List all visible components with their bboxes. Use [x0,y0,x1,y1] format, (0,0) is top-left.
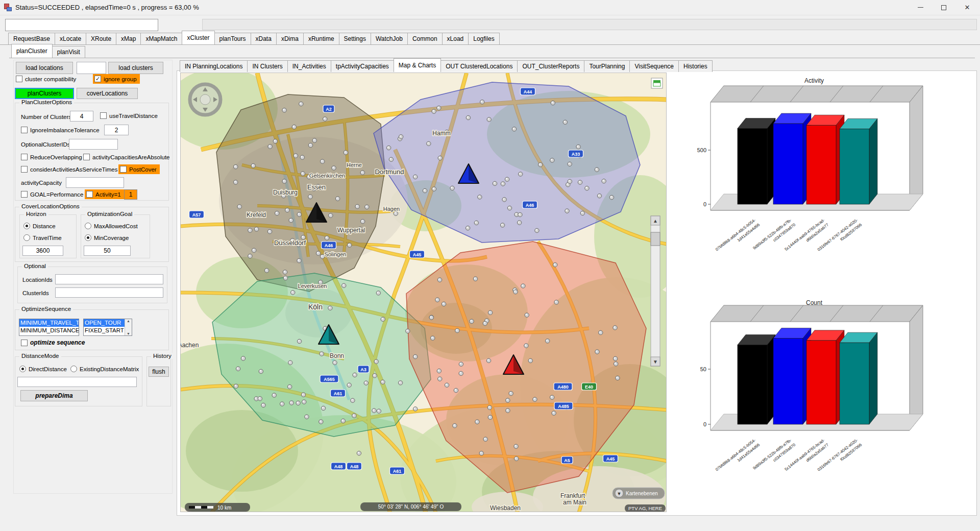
location-marker[interactable] [595,350,599,354]
tab-common[interactable]: Common [407,33,443,44]
location-marker[interactable] [437,278,442,282]
location-marker[interactable] [599,330,603,334]
location-marker[interactable] [241,356,245,360]
use-travel-distance-checkbox[interactable]: useTravelDistance [100,112,158,119]
location-marker[interactable] [282,179,286,183]
location-marker[interactable] [518,212,522,216]
location-marker[interactable] [289,218,293,222]
innertab-tourplanning[interactable]: TourPlanning [584,60,630,72]
location-marker[interactable] [254,227,258,231]
innertab-histories[interactable]: Histories [678,60,713,72]
location-marker[interactable] [268,144,272,149]
location-marker[interactable] [248,228,252,232]
location-marker[interactable] [437,106,441,110]
zoom-out-icon[interactable]: ▼ [653,359,658,365]
location-marker[interactable] [432,187,436,191]
location-marker[interactable] [514,444,518,448]
location-marker[interactable] [258,397,262,401]
location-marker[interactable] [470,319,474,323]
tab-xdima[interactable]: xDima [276,33,304,44]
location-marker[interactable] [553,262,557,267]
location-marker[interactable] [502,198,506,202]
maximize-button[interactable] [932,0,955,15]
location-marker[interactable] [282,108,286,112]
location-marker[interactable] [437,369,441,373]
cluster-ids-input[interactable] [55,287,163,298]
tab-logfiles[interactable]: Logfiles [468,33,499,44]
location-marker[interactable] [381,317,385,321]
existing-distance-matrix-radio[interactable]: ExistingDistanceMatrix [70,366,139,372]
innertab-out-clusteredlocations[interactable]: OUT ClusteredLocations [440,60,518,72]
location-marker[interactable] [465,226,470,230]
consider-activities-service-times-checkbox[interactable]: considerActivitiesAsServiceTimes [21,166,117,173]
location-marker[interactable] [507,206,511,210]
location-marker[interactable] [287,384,291,389]
location-marker[interactable] [389,157,393,161]
prepare-dima-button[interactable]: prepareDima [20,390,88,401]
tab-xlocate[interactable]: xLocate [55,33,86,44]
location-marker[interactable] [332,166,336,170]
location-marker[interactable] [431,336,435,340]
horizon-value-input[interactable]: 3600 [22,246,63,256]
reduce-overlapping-checkbox[interactable]: ReduceOverlapping [21,154,82,160]
location-marker[interactable] [442,302,446,306]
location-marker[interactable] [296,401,300,405]
ignore-imbalance-tolerance-checkbox[interactable]: IgnoreImbalanceTolerance [21,127,100,133]
location-marker[interactable] [325,236,329,240]
location-marker[interactable] [305,415,309,419]
list-scrollbar[interactable]: ▲▼ [125,319,132,335]
location-marker[interactable] [533,397,537,401]
list-item-minimum_distance[interactable]: MINIMUM_DISTANCE [19,327,79,334]
location-marker[interactable] [514,456,519,461]
location-marker[interactable] [320,352,324,356]
location-marker[interactable] [445,383,449,387]
plan-clusters-button[interactable]: planClusters [15,88,74,99]
location-marker[interactable] [478,195,482,199]
location-marker[interactable] [550,395,554,399]
map-svg[interactable]: A57A2A44A33A46A45A46A3A565A61A48A48A61A5… [181,73,667,512]
coverage-value-input[interactable]: 50 [84,246,131,256]
location-marker[interactable] [377,409,381,413]
location-marker[interactable] [538,162,543,166]
location-marker[interactable] [613,326,617,330]
horizon-distance-radio[interactable]: Distance [23,223,56,229]
location-marker[interactable] [483,321,487,325]
tab-xload[interactable]: xLoad [442,33,469,44]
map-layers-mini-icon[interactable] [651,78,663,88]
location-marker[interactable] [435,298,439,302]
title-bar[interactable]: Status=SUCCEEDED , elapsedTime=0 s , pro… [0,0,980,15]
tab-settings[interactable]: Settings [339,33,371,44]
optimize-sequence-checkbox[interactable]: optimize sequence [21,339,85,346]
location-marker[interactable] [301,393,305,397]
location-marker[interactable] [512,127,516,131]
top-input[interactable] [5,19,158,31]
tab-watchjob[interactable]: WatchJob [371,33,408,44]
location-marker[interactable] [616,376,620,380]
list-item-open_tour[interactable]: OPEN_TOUR [84,319,125,327]
location-marker[interactable] [473,277,477,281]
map[interactable]: A57A2A44A33A46A45A46A3A565A61A48A48A61A5… [180,73,667,512]
location-marker[interactable] [297,212,301,216]
location-marker[interactable] [488,415,492,419]
innertab-visitsequence[interactable]: VisitSequence [629,60,679,72]
flush-button[interactable]: flush [149,367,169,377]
location-marker[interactable] [509,391,513,395]
location-marker[interactable] [475,420,479,424]
location-marker[interactable] [525,313,529,317]
location-marker[interactable] [352,414,356,418]
location-marker[interactable] [453,424,457,428]
location-marker[interactable] [373,374,377,378]
goal-performance-checkbox[interactable]: GOAL=Performance [21,191,84,198]
location-marker[interactable] [299,102,303,106]
tab-requestbase[interactable]: RequestBase [8,33,55,44]
location-marker[interactable] [602,179,606,183]
location-marker[interactable] [479,451,483,455]
location-marker[interactable] [459,362,463,366]
location-marker[interactable] [351,398,355,402]
optional-cluster-ids-input[interactable] [69,139,118,150]
location-marker[interactable] [348,243,352,247]
location-marker[interactable] [329,213,333,218]
activity-eq-1-checkbox[interactable]: Activity=1 [85,189,124,199]
location-marker[interactable] [585,186,589,190]
location-marker[interactable] [283,270,287,274]
